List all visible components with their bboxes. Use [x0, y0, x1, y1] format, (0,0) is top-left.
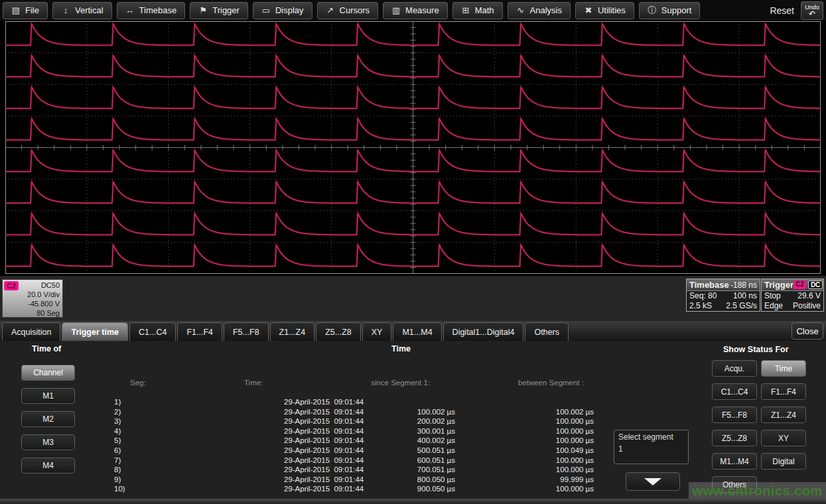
- channel-descriptor-c2[interactable]: C2 DC50 20.0 V/div -45.800 V 80 Seg: [2, 279, 63, 318]
- time-table: Time Seg: Time: since Segment 1: between…: [100, 341, 604, 499]
- time-of-button-channel[interactable]: Channel: [21, 365, 75, 381]
- cell-since: 100.002 µs: [352, 408, 455, 416]
- status-button-time[interactable]: Time: [761, 360, 806, 377]
- menu-button-math[interactable]: ⊞Math: [452, 2, 503, 19]
- status-button-z1-z4[interactable]: Z1...Z4: [761, 407, 806, 423]
- vertical-icon: ↕: [61, 5, 70, 15]
- close-button[interactable]: Close: [792, 322, 823, 340]
- cell-between: 100.000 µs: [490, 436, 594, 444]
- support-icon: ⓘ: [648, 5, 657, 17]
- display-icon: ▭: [261, 5, 271, 15]
- menu-label: Vertical: [75, 5, 103, 15]
- tab-z1-z4[interactable]: Z1...Z4: [270, 322, 315, 341]
- trigger-header: Trigger C2 DC: [762, 279, 823, 291]
- time-title: Time: [391, 344, 411, 353]
- cell-seg: 1): [114, 398, 121, 406]
- tab-trigger-time[interactable]: Trigger time: [62, 322, 128, 341]
- menu-button-analysis[interactable]: ∿Analysis: [508, 2, 571, 19]
- time-of-button-m4[interactable]: M4: [21, 458, 75, 473]
- time-of-button-m1[interactable]: M1: [21, 388, 75, 404]
- trigger-descriptor[interactable]: Trigger C2 DC Stop 29.6 V Edge Positive: [761, 279, 824, 312]
- tab-z5-z8[interactable]: Z5...Z8: [316, 322, 361, 341]
- col-header-time: Time:: [244, 379, 263, 387]
- trigger-time-panel: Time of ChannelM1M2M3M4 Time Seg: Time: …: [0, 341, 826, 499]
- time-of-button-m3[interactable]: M3: [21, 434, 75, 450]
- tab-xy[interactable]: XY: [362, 322, 392, 341]
- undo-button[interactable]: Undo ↶: [801, 1, 823, 20]
- col-header-since: since Segment 1:: [330, 379, 430, 387]
- timebase-samples: 2.5 kS: [689, 301, 712, 311]
- menu-button-cursors[interactable]: ↗Cursors: [317, 2, 379, 19]
- col-header-seg: Seg:: [130, 379, 146, 387]
- cell-seg: 5): [114, 436, 121, 444]
- status-button-z5-z8[interactable]: Z5...Z8: [712, 430, 757, 446]
- cell-seg: 7): [114, 456, 121, 464]
- menu-label: File: [25, 5, 39, 15]
- reset-button[interactable]: Reset: [770, 5, 794, 16]
- cell-seg: 8): [114, 466, 121, 473]
- tab-m1-m4[interactable]: M1...M4: [393, 322, 441, 341]
- menu-label: Display: [275, 5, 304, 15]
- select-segment-label: Select segment: [618, 432, 684, 442]
- channel-scale: 20.0 V/div: [4, 290, 60, 299]
- tab-digital1-digital4[interactable]: Digital1...Digital4: [443, 322, 524, 341]
- menu-label: Support: [661, 5, 692, 15]
- table-row: 1)29-April-2015 09:01:44: [100, 398, 604, 407]
- status-button-f5-f8[interactable]: F5...F8: [712, 407, 757, 423]
- select-segment-field[interactable]: Select segment 1: [614, 430, 689, 464]
- cell-seg: 9): [114, 475, 121, 483]
- status-button-xy[interactable]: XY: [761, 430, 806, 446]
- status-button-digital[interactable]: Digital: [761, 453, 806, 470]
- watermark-text: www.cntronics.com: [692, 483, 823, 499]
- status-button-c1-c4[interactable]: C1...C4: [712, 383, 757, 400]
- cell-since: 800.050 µs: [352, 475, 455, 483]
- cell-since: 300.001 µs: [352, 427, 455, 435]
- menu-button-support[interactable]: ⓘSupport: [639, 2, 701, 19]
- status-button-f1-f4[interactable]: F1...F4: [761, 383, 806, 400]
- trigger-mode: Stop: [764, 291, 781, 301]
- tab-others[interactable]: Others: [525, 322, 569, 341]
- segment-down-button[interactable]: [626, 472, 680, 491]
- tab-acquisition[interactable]: Acquisition: [2, 322, 60, 341]
- menu-button-file[interactable]: ▤File: [3, 2, 48, 19]
- menu-button-display[interactable]: ▭Display: [253, 2, 312, 19]
- show-status-buttons: Acqu.TimeC1...C4F1...F4F5...F8Z1...Z4Z5.…: [712, 360, 806, 493]
- tab-c1-c4[interactable]: C1...C4: [129, 322, 176, 341]
- timebase-header: Timebase -188 ns: [687, 279, 760, 291]
- timebase-seq: Seq: 80: [689, 291, 717, 301]
- menu-button-vertical[interactable]: ↕Vertical: [52, 2, 112, 19]
- status-button-acqu-[interactable]: Acqu.: [712, 360, 757, 377]
- cell-between: 100.000 µs: [490, 456, 594, 464]
- timebase-time-div: 100 ns: [733, 291, 757, 301]
- tab-f1-f4[interactable]: F1...F4: [177, 322, 222, 341]
- time-of-button-m2[interactable]: M2: [21, 411, 75, 427]
- tab-f5-f8[interactable]: F5...F8: [224, 322, 269, 341]
- table-row: 6)29-April-2015 09:01:44500.051 µs100.04…: [100, 446, 604, 456]
- waveform-svg: [5, 21, 821, 274]
- menu-button-measure[interactable]: ▥Measure: [383, 2, 448, 19]
- waveform-display[interactable]: [0, 21, 826, 275]
- trigger-slope: Positive: [793, 301, 821, 311]
- channel-offset: -45.800 V: [4, 299, 60, 308]
- menu-label: Math: [475, 5, 494, 15]
- status-button-m1-m4[interactable]: M1...M4: [712, 453, 757, 470]
- timebase-descriptor[interactable]: Timebase -188 ns Seq: 80 100 ns 2.5 kS 2…: [686, 279, 760, 312]
- dialog-tab-bar: AcquisitionTrigger timeC1...C4F1...F4F5.…: [0, 321, 826, 341]
- table-row: 9)29-April-2015 09:01:44800.050 µs99.999…: [100, 475, 604, 485]
- channel-segments: 80 Seg: [4, 308, 60, 318]
- utilities-icon: ✖: [584, 5, 593, 15]
- col-header-between: between Segment :: [484, 379, 584, 387]
- time-of-title: Time of: [32, 344, 61, 353]
- cell-between: 100.000 µs: [490, 485, 594, 493]
- menu-button-utilities[interactable]: ✖Utilities: [575, 2, 634, 19]
- cell-between: 100.002 µs: [490, 408, 594, 416]
- watermark-band: www.cntronics.com: [689, 482, 826, 500]
- menu-label: Analysis: [530, 5, 562, 15]
- table-row: 2)29-April-2015 09:01:44100.002 µs100.00…: [100, 408, 604, 417]
- analysis-icon: ∿: [516, 5, 525, 15]
- measure-icon: ▥: [391, 5, 401, 15]
- menu-button-trigger[interactable]: ⚑Trigger: [190, 2, 248, 19]
- menu-button-timebase[interactable]: ↔Timebase: [117, 2, 186, 19]
- timebase-title: Timebase: [689, 280, 729, 290]
- cell-seg: 10): [114, 485, 125, 493]
